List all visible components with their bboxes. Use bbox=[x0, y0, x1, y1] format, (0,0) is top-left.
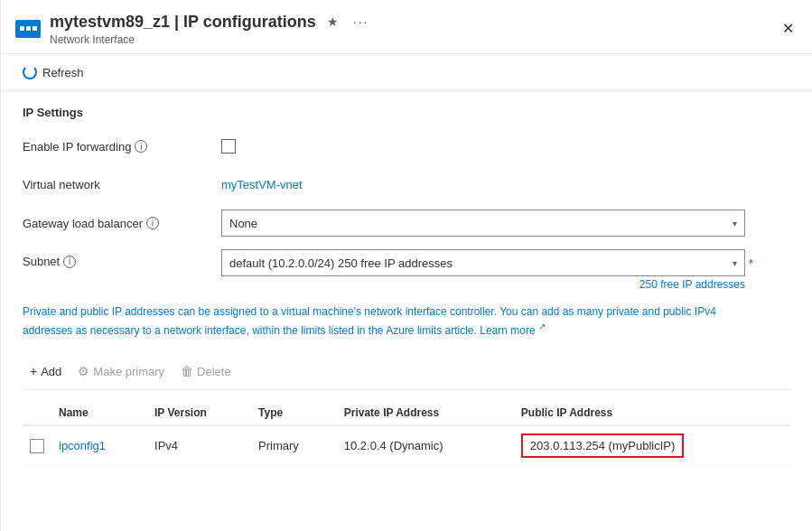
gateway-lb-dropdown[interactable]: None ▾ bbox=[221, 210, 745, 237]
make-primary-button[interactable]: ⚙ Make primary bbox=[70, 360, 172, 382]
section-title: IP Settings bbox=[23, 106, 790, 119]
chevron-down-icon: ▾ bbox=[733, 219, 737, 228]
refresh-icon bbox=[23, 65, 37, 79]
gateway-lb-value: None ▾ bbox=[221, 210, 790, 237]
content-area: IP Settings Enable IP forwarding i Virtu… bbox=[1, 91, 812, 531]
make-primary-label: Make primary bbox=[93, 365, 164, 378]
col-checkbox bbox=[23, 401, 51, 425]
subnet-label: Subnet i bbox=[23, 255, 221, 268]
ip-configurations-panel: mytestvm89_z1 | IP configurations ★ ··· … bbox=[0, 0, 812, 531]
ipconfig-link[interactable]: ipconfig1 bbox=[59, 439, 106, 452]
subnet-dropdown-text: default (10.2.0.0/24) 250 free IP addres… bbox=[229, 256, 453, 270]
virtual-network-row: Virtual network myTestVM-vnet bbox=[23, 172, 790, 197]
subnet-row: Subnet i default (10.2.0.0/24) 250 free … bbox=[23, 249, 790, 291]
info-text: Private and public IP addresses can be a… bbox=[23, 303, 745, 339]
header-title-group: mytestvm89_z1 | IP configurations ★ ··· … bbox=[50, 11, 779, 46]
virtual-network-value: myTestVM-vnet bbox=[221, 178, 790, 191]
type-value: Primary bbox=[258, 439, 299, 452]
row-name-cell: ipconfig1 bbox=[51, 425, 147, 466]
table-row: ipconfig1 IPv4 Primary 10.2.0.4 (Dynamic… bbox=[23, 425, 790, 466]
add-icon: + bbox=[30, 364, 37, 378]
subnet-note: 250 free IP addresses bbox=[221, 278, 745, 291]
col-ip-version: IP Version bbox=[147, 401, 251, 425]
private-ip-value: 10.2.0.4 (Dynamic) bbox=[344, 439, 443, 452]
action-bar: + Add ⚙ Make primary 🗑 Delete bbox=[23, 353, 790, 390]
virtual-network-link[interactable]: myTestVM-vnet bbox=[221, 178, 303, 191]
delete-icon: 🗑 bbox=[181, 364, 193, 378]
virtual-network-label: Virtual network bbox=[23, 178, 221, 191]
panel-header: mytestvm89_z1 | IP configurations ★ ··· … bbox=[1, 0, 812, 54]
ip-settings-section: IP Settings Enable IP forwarding i Virtu… bbox=[23, 106, 790, 291]
enable-forwarding-value bbox=[221, 139, 790, 154]
subnet-dropdown[interactable]: default (10.2.0.0/24) 250 free IP addres… bbox=[221, 249, 745, 276]
row-checkbox-cell bbox=[23, 425, 51, 466]
public-ip-value: 203.0.113.254 (myPublicIP) bbox=[521, 433, 684, 458]
more-options-button[interactable]: ··· bbox=[350, 11, 373, 33]
row-checkbox[interactable] bbox=[30, 439, 44, 453]
gateway-lb-label: Gateway load balancer i bbox=[23, 217, 221, 230]
gateway-lb-info-icon[interactable]: i bbox=[146, 217, 159, 229]
ip-configs-table: Name IP Version Type Private IP Address … bbox=[23, 401, 790, 466]
enable-forwarding-info-icon[interactable]: i bbox=[135, 140, 147, 153]
enable-forwarding-checkbox[interactable] bbox=[221, 139, 236, 154]
col-public-ip: Public IP Address bbox=[514, 401, 790, 425]
enable-forwarding-row: Enable IP forwarding i bbox=[23, 134, 790, 159]
delete-button[interactable]: 🗑 Delete bbox=[173, 360, 238, 382]
refresh-button[interactable]: Refresh bbox=[15, 61, 91, 83]
subnet-info-icon[interactable]: i bbox=[63, 256, 76, 268]
learn-more-link[interactable]: Learn more ↗ bbox=[480, 324, 546, 337]
subnet-dropdown-row: default (10.2.0.0/24) 250 free IP addres… bbox=[221, 249, 790, 276]
col-type: Type bbox=[251, 401, 337, 425]
page-title: mytestvm89_z1 | IP configurations ★ ··· bbox=[50, 11, 779, 33]
toolbar: Refresh bbox=[1, 54, 812, 91]
subnet-value: default (10.2.0.0/24) 250 free IP addres… bbox=[221, 249, 790, 291]
gateway-lb-dropdown-text: None bbox=[229, 217, 257, 230]
refresh-label: Refresh bbox=[42, 66, 84, 79]
resource-subtitle: Network Interface bbox=[50, 33, 779, 46]
row-private-ip-cell: 10.2.0.4 (Dynamic) bbox=[337, 425, 514, 466]
delete-label: Delete bbox=[197, 365, 231, 378]
row-public-ip-cell: 203.0.113.254 (myPublicIP) bbox=[514, 425, 790, 466]
add-label: Add bbox=[41, 365, 61, 378]
favorite-button[interactable]: ★ bbox=[323, 11, 342, 33]
resource-icon bbox=[15, 20, 41, 38]
gear-icon: ⚙ bbox=[78, 364, 89, 378]
gateway-lb-row: Gateway load balancer i None ▾ bbox=[23, 210, 790, 237]
required-asterisk: * bbox=[749, 256, 753, 270]
row-type-cell: Primary bbox=[251, 425, 337, 466]
title-text: mytestvm89_z1 | IP configurations bbox=[50, 13, 316, 32]
external-link-icon: ↗ bbox=[538, 321, 546, 331]
row-ip-version-cell: IPv4 bbox=[147, 425, 251, 466]
col-private-ip: Private IP Address bbox=[337, 401, 514, 425]
table-header: Name IP Version Type Private IP Address … bbox=[23, 401, 790, 425]
table-body: ipconfig1 IPv4 Primary 10.2.0.4 (Dynamic… bbox=[23, 425, 790, 466]
ip-version-value: IPv4 bbox=[154, 439, 178, 452]
enable-forwarding-label: Enable IP forwarding i bbox=[23, 140, 221, 154]
chevron-down-icon-subnet: ▾ bbox=[733, 258, 737, 268]
add-button[interactable]: + Add bbox=[23, 360, 69, 382]
close-button[interactable]: ✕ bbox=[779, 16, 798, 41]
col-name: Name bbox=[51, 401, 147, 425]
